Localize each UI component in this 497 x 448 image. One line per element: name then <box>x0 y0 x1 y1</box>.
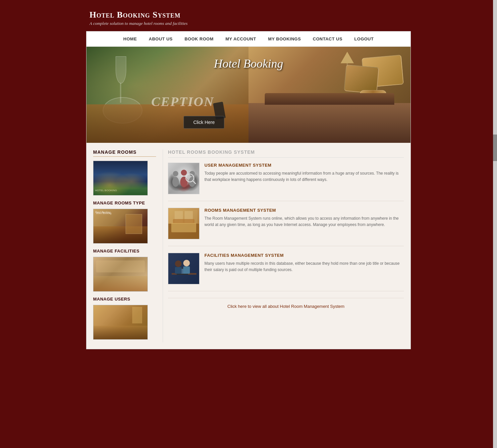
site-title: Hotel Booking System <box>89 10 411 20</box>
feature-facilities-description: Many users have multiple records in this… <box>204 260 404 273</box>
svg-point-3 <box>180 177 188 187</box>
svg-point-2 <box>181 170 187 176</box>
manage-users-label: MANAGE USERS <box>93 297 156 302</box>
svg-rect-12 <box>175 267 182 274</box>
scrollbar-track[interactable] <box>493 0 497 448</box>
nav-contact[interactable]: CONTACT US <box>307 31 348 46</box>
manage-facilities-label: MANAGE FACILITIES <box>93 249 156 253</box>
svg-point-1 <box>172 177 179 187</box>
feature-user-content: USER MANAGEMENT SYSTEM Today people are … <box>204 163 404 194</box>
click-here-button[interactable]: Click Here <box>184 116 224 129</box>
navbar: HOME ABOUT US BOOK ROOM MY ACCOUNT MY BO… <box>86 31 411 47</box>
feature-user-image <box>168 163 199 194</box>
footer-link-area: Click here to view all about Hotel Room … <box>168 298 404 314</box>
bed-decoration <box>248 103 411 143</box>
view-all-link[interactable]: Click here to view all about Hotel Room … <box>227 304 344 309</box>
site-subtitle: A complete solution to manage hotel room… <box>89 21 411 26</box>
manage-rooms-type-label: MANAGE ROOMS TYPE <box>93 200 156 205</box>
manage-rooms-title: MANAGE ROOMS <box>93 149 156 157</box>
feature-facilities-title: FACILITIES MANAGEMENT SYSTEM <box>204 253 404 258</box>
svg-rect-14 <box>183 266 190 274</box>
content-area: MANAGE ROOMS MANAGE ROOMS TYPE Hotel Boo… <box>86 143 411 349</box>
feature-room-content: ROOMS MANAGEMENT SYSTEM The Room Managem… <box>204 208 404 239</box>
facilities-icon-svg <box>168 253 199 284</box>
reception-text: CEPTION <box>151 94 214 109</box>
feature-facilities-management: FACILITIES MANAGEMENT SYSTEM Many users … <box>168 253 404 291</box>
banner-title: Hotel Booking <box>214 57 283 71</box>
manage-users-image[interactable] <box>93 305 148 340</box>
site-header: Hotel Booking System A complete solution… <box>86 7 411 31</box>
nav-book[interactable]: BOOK ROOM <box>179 31 220 46</box>
nav-bookings[interactable]: MY BOOKINGS <box>262 31 307 46</box>
scrollbar-thumb[interactable] <box>493 135 497 161</box>
nav-account[interactable]: MY ACCOUNT <box>220 31 262 46</box>
feature-room-title: ROOMS MANAGEMENT SYSTEM <box>204 208 404 213</box>
feature-user-title: USER MANAGEMENT SYSTEM <box>204 163 404 168</box>
feature-facilities-content: FACILITIES MANAGEMENT SYSTEM Many users … <box>204 253 404 284</box>
hero-banner: Hotel Booking CEPTION Click Here <box>86 47 411 143</box>
users-icon-svg <box>171 165 197 192</box>
feature-room-image <box>168 208 199 239</box>
feature-user-management: USER MANAGEMENT SYSTEM Today people are … <box>168 163 404 201</box>
right-panel: HOTEL ROOMS BOOKING SYSTEM <box>163 149 404 342</box>
feature-user-description: Today people are accustomed to accessing… <box>204 170 404 183</box>
banner-text: Hotel Booking <box>214 57 283 71</box>
right-panel-title: HOTEL ROOMS BOOKING SYSTEM <box>168 149 404 158</box>
left-panel: MANAGE ROOMS MANAGE ROOMS TYPE Hotel Boo… <box>93 149 163 342</box>
feature-facilities-image <box>168 253 199 284</box>
svg-point-11 <box>175 260 182 267</box>
nav-logout[interactable]: LOGOUT <box>348 31 380 46</box>
nav-home[interactable]: HOME <box>117 31 143 46</box>
manage-rooms-image[interactable] <box>93 161 148 196</box>
svg-point-13 <box>183 260 190 266</box>
feature-room-description: The Room Management System runs online, … <box>204 215 404 228</box>
main-container: HOME ABOUT US BOOK ROOM MY ACCOUNT MY BO… <box>86 31 411 349</box>
svg-point-0 <box>173 171 178 176</box>
feature-room-management: ROOMS MANAGEMENT SYSTEM The Room Managem… <box>168 208 404 246</box>
pillow2-decoration <box>344 65 379 94</box>
manage-facilities-image[interactable] <box>93 257 148 292</box>
manage-rooms-type-image[interactable]: Hotel Booking <box>93 209 148 244</box>
nav-about[interactable]: ABOUT US <box>143 31 179 46</box>
